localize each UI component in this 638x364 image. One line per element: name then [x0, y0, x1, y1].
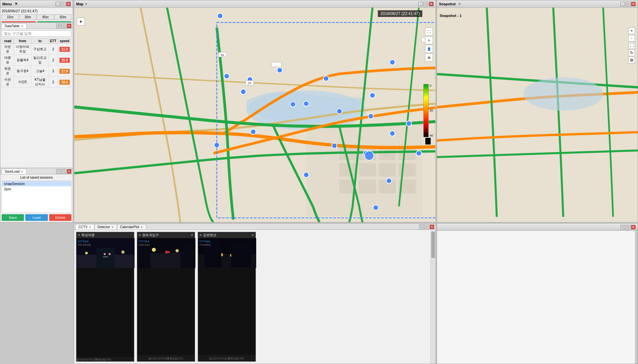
svg-point-15 [224, 73, 229, 79]
cctv-feed-3: ✕ 강변맨션 ✕ CCTV방송 101강변맨션 [198, 232, 256, 362]
cctv1-overlay: 실시간 CCTV교통영상입니다. [76, 358, 112, 361]
legend-label-0: 0 [430, 84, 433, 87]
menu-maximize-btn[interactable]: □ [61, 2, 65, 6]
cctv-tab-close[interactable]: ✕ [89, 226, 91, 229]
save-btn[interactable]: Save [2, 214, 24, 221]
map-title-close[interactable]: ✕ [85, 2, 87, 6]
time-btn-60m[interactable]: 60m [54, 14, 71, 20]
cctv2-close[interactable]: ✕ [191, 233, 193, 237]
session-list: snapSession2pm [2, 181, 71, 213]
menu-close-btn[interactable]: ✕ [66, 2, 71, 6]
snap-rotate-btn[interactable]: ↻ [628, 49, 635, 56]
detector-tab-close[interactable]: ✕ [111, 226, 114, 229]
sl-maximize-btn[interactable]: □ [61, 169, 66, 174]
sl-close-btn[interactable]: ✕ [67, 169, 71, 174]
bot-minimize-btn[interactable]: □ [419, 225, 424, 229]
dt-minimize-btn[interactable]: ▽ [56, 24, 61, 28]
snap-close-btn[interactable]: ✕ [631, 2, 636, 6]
bot-close-btn[interactable]: ✕ [430, 225, 434, 229]
rb-minimize-btn[interactable]: □ [620, 225, 625, 229]
tab-cctv[interactable]: CCTV ✕ [75, 224, 94, 229]
time-bar: 15m 30m 45m 60m [2, 14, 71, 20]
saveload-tab-close[interactable]: ✕ [21, 170, 24, 173]
data-table-container: road from to ETT speed 어은로 시영아파트앞 구삼호교 2… [2, 38, 71, 170]
map-fullscreen-btn[interactable]: ⛶ [425, 28, 433, 36]
cctv1-header: ✕ 학성여중 [78, 233, 95, 237]
cctv2-header: ✕ 원유곡입구 [139, 233, 159, 237]
snap-maximize-btn[interactable]: □ [626, 2, 630, 6]
datatable-tab[interactable]: DataTable ✕ [2, 23, 27, 29]
saveload-tab[interactable]: SaveLoad ✕ [2, 169, 27, 174]
bottom-scrollbar[interactable] [430, 231, 436, 364]
menu-timestamp: 2018/06/27 (22:41:47) [2, 9, 71, 13]
svg-rect-52 [96, 248, 115, 268]
map-right-controls: ⛶ ≡ 👤 ⊞ [425, 28, 433, 61]
road-table: road from to ETT speed 어은로 시영아파트앞 구삼호교 2… [2, 38, 71, 88]
search-input[interactable] [2, 30, 71, 37]
svg-point-63 [175, 249, 179, 252]
svg-text:65: 65 [221, 53, 224, 57]
map-close-btn[interactable]: ✕ [429, 2, 434, 6]
menu-close-icon[interactable]: ✕ [15, 2, 18, 6]
snapshot-title-bar: Snapshot ✕ _ □ ✕ [437, 0, 638, 8]
svg-point-57 [109, 253, 111, 255]
map-minimize-btn[interactable]: _ [418, 2, 423, 6]
dt-close-btn[interactable]: ✕ [67, 24, 71, 28]
menu-minimize-btn[interactable]: _ [55, 2, 60, 6]
rb-maximize-btn[interactable]: □ [626, 225, 630, 229]
col-ett: ETT [49, 39, 58, 44]
snap-zoom-out-btn[interactable]: - [628, 35, 635, 42]
map-person-btn[interactable]: 👤 [425, 45, 433, 53]
svg-point-21 [368, 114, 373, 119]
snapshot-content[interactable]: Snapshot - 1 [437, 8, 638, 222]
datatable-tab-close[interactable]: ✕ [21, 25, 24, 28]
svg-point-55 [121, 250, 125, 254]
map-content[interactable]: 65 24 ... 7.3 2018/06/27 (22:41:47) + ⛶ … [74, 8, 436, 222]
saveload-content: List of saved sessions snapSession2pm Sa… [0, 174, 73, 222]
session-item[interactable]: 2pm [2, 186, 71, 192]
snap-zoom-in-btn[interactable]: + [628, 28, 635, 34]
svg-point-31 [416, 151, 421, 156]
map-title-bar: Map ✕ _ □ ✕ [74, 0, 436, 8]
sl-minimize-btn[interactable]: □ [56, 169, 61, 174]
time-btn-30m[interactable]: 30m [19, 14, 36, 20]
snapshot-title-close[interactable]: ✕ [458, 2, 461, 6]
map-layers-btn[interactable]: ≡ [425, 36, 433, 44]
dt-maximize-btn[interactable]: □ [61, 24, 66, 28]
calendarplot-tab-close[interactable]: ✕ [141, 226, 143, 229]
table-row[interactable]: 어찬로 어찬5 KT남울산지사 2 19.2 [2, 77, 71, 88]
cctv3-overlay: 실시간 CCTV교통영상입니다. [209, 357, 244, 360]
snap-minimize-btn[interactable]: _ [620, 2, 625, 6]
map-svg: 65 24 ... 7.3 [74, 8, 436, 222]
svg-text:1001.학성여중: 1001.학성여중 [78, 244, 91, 246]
table-row[interactable]: 대종로 잠몰락4 일산조교앞 2 15.0 [2, 55, 71, 66]
tab-calendarplot[interactable]: CalendarPlot ✕ [117, 224, 146, 229]
rb-close-btn[interactable]: ✕ [631, 225, 636, 229]
saveload-tab-bar: SaveLoad ✕ □ □ ✕ [0, 168, 73, 174]
svg-point-32 [386, 178, 392, 183]
map-window: Map ✕ _ □ ✕ [74, 0, 436, 223]
cctv3-close[interactable]: ✕ [252, 233, 254, 237]
snapshot-title: Snapshot [439, 2, 456, 6]
delete-btn[interactable]: Delete [49, 214, 71, 221]
map-legend: 0 20 40 [423, 84, 433, 144]
time-btn-15m[interactable]: 15m [2, 14, 19, 20]
map-maximize-btn[interactable]: □ [424, 2, 428, 6]
table-row[interactable]: 학문로 동구청4 고늘4 3 17.9 [2, 66, 71, 77]
time-btn-45m[interactable]: 45m [37, 14, 54, 20]
table-row[interactable]: 어은로 시영아파트앞 구삼호교 2 11.0 [2, 44, 71, 55]
map-grid-btn[interactable]: ⊞ [425, 53, 433, 61]
load-btn[interactable]: Load [25, 214, 48, 221]
session-item[interactable]: snapSession [2, 181, 71, 186]
svg-rect-8 [359, 163, 376, 177]
svg-rect-77 [231, 243, 251, 267]
svg-point-33 [304, 172, 309, 177]
bot-maximize-btn[interactable]: □ [424, 225, 429, 229]
tab-detector[interactable]: Detector ✕ [94, 224, 117, 229]
snap-fit-btn[interactable]: ⛶ [628, 42, 635, 49]
col-to: to [32, 39, 49, 44]
snap-settings-btn[interactable]: ⊞ [628, 57, 635, 63]
svg-point-82 [523, 77, 603, 111]
map-zoom-in-btn[interactable]: + [77, 18, 85, 26]
col-road: road [2, 39, 14, 44]
